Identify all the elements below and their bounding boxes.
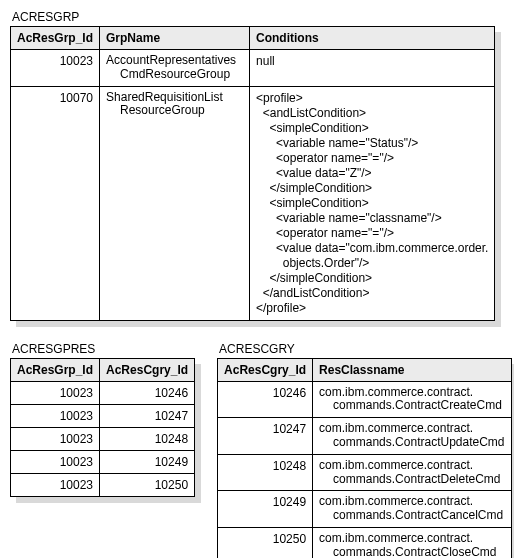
col-header: AcResCgry_Id xyxy=(218,358,313,381)
xml-line: </andListCondition> xyxy=(263,286,370,300)
xml-line: <simpleCondition> xyxy=(269,121,368,135)
cell: 10023 xyxy=(11,450,100,473)
table-row: 10070 SharedRequisitionList ResourceGrou… xyxy=(11,86,495,320)
table-row: 1002310249 xyxy=(11,450,195,473)
cell: 10249 xyxy=(100,450,195,473)
text: com.ibm.commerce.contract. xyxy=(319,531,473,545)
col-header: AcResCgry_Id xyxy=(100,358,195,381)
table-row: 10249com.ibm.commerce.contract.commands.… xyxy=(218,491,511,528)
text: commands.ContractCloseCmd xyxy=(319,546,504,558)
text: commands.ContractCreateCmd xyxy=(319,399,504,413)
col-header: GrpName xyxy=(100,27,250,50)
col-header: AcResGrp_Id xyxy=(11,358,100,381)
col-header: ResClassname xyxy=(313,358,511,381)
xml-line: <value data="com.ibm.commerce.order. xyxy=(276,241,488,255)
cell-id: 10023 xyxy=(11,50,100,87)
text: commands.ContractDeleteCmd xyxy=(319,473,504,487)
table-row: 10023 AccountRepresentatives CmdResource… xyxy=(11,50,495,87)
acrescgry-table: AcResCgry_Id ResClassname 10246com.ibm.c… xyxy=(217,358,511,558)
cell: 10250 xyxy=(100,473,195,496)
cell: 10248 xyxy=(100,427,195,450)
text: AccountRepresentatives xyxy=(106,53,236,67)
xml-line: <variable name="Status"/> xyxy=(276,136,418,150)
text: CmdResourceGroup xyxy=(106,68,243,82)
xml-line: </profile> xyxy=(256,301,306,315)
cell: com.ibm.commerce.contract.commands.Contr… xyxy=(313,454,511,491)
table-row: 10248com.ibm.commerce.contract.commands.… xyxy=(218,454,511,491)
xml-line: <andListCondition> xyxy=(263,106,366,120)
xml-line: <simpleCondition> xyxy=(269,196,368,210)
xml-line: <variable name="classname"/> xyxy=(276,211,442,225)
cell: 10246 xyxy=(218,381,313,418)
col-header: Conditions xyxy=(250,27,495,50)
text: com.ibm.commerce.contract. xyxy=(319,421,473,435)
cell: 10023 xyxy=(11,473,100,496)
table-header-row: AcResGrp_Id AcResCgry_Id xyxy=(11,358,195,381)
cell-grpname: AccountRepresentatives CmdResourceGroup xyxy=(100,50,250,87)
xml-line: <operator name="="/> xyxy=(276,226,394,240)
cell-id: 10070 xyxy=(11,86,100,320)
xml-line: </simpleCondition> xyxy=(269,271,372,285)
cell: com.ibm.commerce.contract.commands.Contr… xyxy=(313,491,511,528)
table-row: 1002310248 xyxy=(11,427,195,450)
cell: 10246 xyxy=(100,381,195,404)
text: ResourceGroup xyxy=(106,104,243,118)
xml-line: <operator name="="/> xyxy=(276,151,394,165)
text: SharedRequisitionList xyxy=(106,90,223,104)
text: com.ibm.commerce.contract. xyxy=(319,494,473,508)
cell: 10248 xyxy=(218,454,313,491)
cell: 10250 xyxy=(218,527,313,558)
acresgpres-title: ACRESGPRES xyxy=(12,342,195,356)
table-header-row: AcResCgry_Id ResClassname xyxy=(218,358,511,381)
cell: 10249 xyxy=(218,491,313,528)
acrescgry-table-wrap: ACRESCGRY AcResCgry_Id ResClassname 1024… xyxy=(217,342,511,558)
cell: com.ibm.commerce.contract.commands.Contr… xyxy=(313,527,511,558)
table-row: 10250com.ibm.commerce.contract.commands.… xyxy=(218,527,511,558)
cell-grpname: SharedRequisitionList ResourceGroup xyxy=(100,86,250,320)
acresgpres-table-wrap: ACRESGPRES AcResGrp_Id AcResCgry_Id 1002… xyxy=(10,342,195,500)
text: commands.ContractUpdateCmd xyxy=(319,436,504,450)
cell: 10023 xyxy=(11,427,100,450)
xml-line: <value data="Z"/> xyxy=(276,166,372,180)
table-row: 1002310247 xyxy=(11,404,195,427)
cell: 10247 xyxy=(100,404,195,427)
col-header: AcResGrp_Id xyxy=(11,27,100,50)
cell: com.ibm.commerce.contract.commands.Contr… xyxy=(313,418,511,455)
cell: 10247 xyxy=(218,418,313,455)
table-header-row: AcResGrp_Id GrpName Conditions xyxy=(11,27,495,50)
xml-line: <profile> xyxy=(256,91,303,105)
text: com.ibm.commerce.contract. xyxy=(319,385,473,399)
acresgrp-table: AcResGrp_Id GrpName Conditions 10023 Acc… xyxy=(10,26,495,321)
cell: com.ibm.commerce.contract.commands.Contr… xyxy=(313,381,511,418)
xml-line: objects.Order"/> xyxy=(283,256,370,270)
xml-line: </simpleCondition> xyxy=(269,181,372,195)
table-row: 10246com.ibm.commerce.contract.commands.… xyxy=(218,381,511,418)
acrescgry-title: ACRESCGRY xyxy=(219,342,511,356)
table-row: 10247com.ibm.commerce.contract.commands.… xyxy=(218,418,511,455)
cell-conditions-xml: <profile> <andListCondition> <simpleCond… xyxy=(250,86,495,320)
table-row: 1002310250 xyxy=(11,473,195,496)
acresgpres-table: AcResGrp_Id AcResCgry_Id 1002310246 1002… xyxy=(10,358,195,497)
table-row: 1002310246 xyxy=(11,381,195,404)
cell: 10023 xyxy=(11,404,100,427)
acresgrp-title: ACRESGRP xyxy=(12,10,504,24)
cell-conditions: null xyxy=(250,50,495,87)
acresgrp-table-wrap: ACRESGRP AcResGrp_Id GrpName Conditions … xyxy=(10,10,504,324)
text: commands.ContractCancelCmd xyxy=(319,509,504,523)
cell: 10023 xyxy=(11,381,100,404)
text: com.ibm.commerce.contract. xyxy=(319,458,473,472)
